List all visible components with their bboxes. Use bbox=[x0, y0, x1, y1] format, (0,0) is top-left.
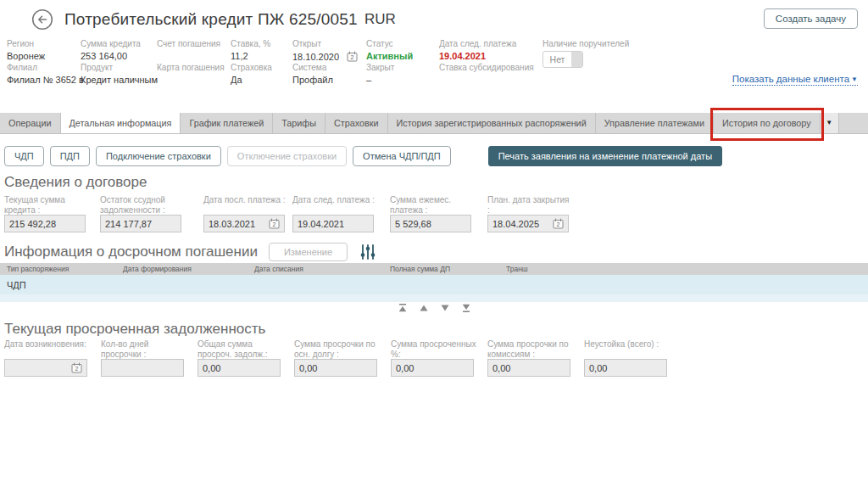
field-closed: Закрыт – bbox=[366, 63, 394, 85]
fld-total-overdue: Общая сумма просроч. задолж.: 0,00 bbox=[198, 339, 287, 377]
page-title: Потребительский кредит ПЖ 625/0051 bbox=[64, 10, 358, 29]
toggle-knob bbox=[571, 52, 582, 67]
field-opened: Открыт 18.10.2020 2 bbox=[292, 39, 358, 62]
tab-registered-orders-history[interactable]: История зарегистрированных распоряжений bbox=[388, 113, 596, 133]
col-debit-date[interactable]: Дата списания bbox=[254, 265, 303, 273]
principal-overdue-input[interactable]: 0,00 bbox=[294, 359, 377, 377]
field-rate: Ставка, % 11,2 bbox=[231, 39, 270, 61]
field-branch: Филиал Филиал № 3652 в bbox=[7, 63, 84, 85]
early-repayment-table: Тип распоряжения Дата формирования Дата … bbox=[0, 263, 868, 302]
fld-occurrence-date: Дата возникновения: 2 bbox=[4, 339, 94, 377]
field-region: Регион Воронеж bbox=[7, 39, 45, 61]
col-tranche[interactable]: Транш bbox=[506, 265, 528, 273]
tab-bar: Операции Детальная информация График пла… bbox=[0, 113, 868, 134]
sliders-icon[interactable] bbox=[359, 243, 377, 261]
last-payment-date-input[interactable]: 18.03.2021 2 bbox=[203, 215, 285, 232]
commission-overdue-input[interactable]: 0,00 bbox=[487, 359, 570, 377]
fld-principal-overdue: Сумма просрочки по осн. долгу : 0,00 bbox=[294, 339, 384, 377]
show-client-data-link[interactable]: Показать данные клиента ▼ bbox=[732, 74, 858, 86]
early-repayment-header: Информация о досрочном погашении Изменен… bbox=[4, 243, 377, 261]
table-footer-strip bbox=[0, 294, 868, 302]
svg-text:2: 2 bbox=[557, 221, 560, 227]
table-row[interactable]: ЧДП bbox=[0, 275, 868, 294]
fld-monthly-payment: Сумма ежемес. платежа : 5 529,68 bbox=[390, 195, 480, 232]
early-repayment-title: Информация о досрочном погашении bbox=[4, 244, 258, 260]
next-payment-date-input[interactable]: 19.04.2021 bbox=[292, 215, 374, 232]
go-last-icon[interactable] bbox=[461, 303, 471, 313]
tab-insurances[interactable]: Страховки bbox=[326, 113, 388, 133]
status-badge: Активный bbox=[366, 51, 413, 61]
tab-payment-schedule[interactable]: График платежей bbox=[181, 113, 273, 133]
fld-next-payment-date: Дата след. платежа : 19.04.2021 bbox=[292, 195, 382, 232]
calendar-icon[interactable]: 2 bbox=[71, 362, 82, 373]
fld-commission-overdue: Сумма просрочки по комиссиям : 0,00 bbox=[487, 339, 577, 377]
currency-label: RUR bbox=[364, 11, 396, 28]
field-guarantors: Наличие поручителей Нет bbox=[542, 39, 629, 68]
calendar-icon[interactable]: 2 bbox=[269, 218, 280, 229]
disconnect-insurance-button[interactable]: Отключение страховки bbox=[227, 146, 347, 166]
fld-overdue-days: Кол-во дней просрочки : bbox=[101, 339, 191, 377]
field-repayment-account: Счет погашения bbox=[157, 39, 220, 51]
title-row: Потребительский кредит ПЖ 625/0051 bbox=[31, 8, 358, 31]
fld-last-payment-date: Дата посл. платежа : 18.03.2021 2 bbox=[203, 195, 293, 232]
field-insurance: Страховка Да bbox=[231, 63, 272, 85]
create-task-button[interactable]: Создать задачу bbox=[764, 8, 858, 29]
field-subsidy-rate: Ставка субсидирования bbox=[439, 63, 534, 75]
down-icon[interactable] bbox=[440, 303, 450, 313]
fld-penalty-total: Неустойка (всего) : 0,00 bbox=[584, 339, 674, 377]
overdue-days-input[interactable] bbox=[101, 359, 184, 377]
tab-detailed-info[interactable]: Детальная информация bbox=[61, 113, 181, 133]
tabs-overflow-button[interactable]: ▼ bbox=[821, 113, 839, 133]
back-icon[interactable] bbox=[31, 8, 53, 31]
field-repayment-card: Карта погашения bbox=[157, 63, 225, 75]
monthly-payment-input[interactable]: 5 529,68 bbox=[390, 215, 471, 232]
guarantors-toggle[interactable]: Нет bbox=[542, 51, 583, 68]
table-pager bbox=[0, 303, 868, 313]
svg-text:2: 2 bbox=[75, 366, 79, 372]
chevron-down-icon: ▼ bbox=[851, 76, 858, 83]
field-system: Система Профайл bbox=[292, 63, 333, 85]
connect-insurance-button[interactable]: Подключение страховки bbox=[96, 146, 221, 166]
table-header-row: Тип распоряжения Дата формирования Дата … bbox=[0, 263, 868, 275]
svg-text:2: 2 bbox=[351, 54, 354, 60]
contract-details-title: Сведения о договоре bbox=[4, 174, 147, 191]
field-next-payment-date: Дата след. платежа 19.04.2021 bbox=[439, 39, 516, 61]
chdp-button[interactable]: ЧДП bbox=[4, 146, 44, 166]
fld-interest-overdue: Сумма просроченных %: 0,00 bbox=[391, 339, 481, 377]
action-buttons-row: ЧДП ПДП Подключение страховки Отключение… bbox=[4, 146, 722, 166]
fld-loan-balance: Остаток ссудной задолженности : 214 177,… bbox=[100, 195, 190, 232]
fld-planned-close-date: План. дата закрытия : 18.04.2025 2 bbox=[487, 195, 577, 232]
calendar-icon[interactable]: 2 bbox=[553, 218, 564, 229]
svg-text:2: 2 bbox=[273, 221, 276, 227]
overdue-debt-title: Текущая просроченная задолженность bbox=[4, 321, 265, 338]
up-icon[interactable] bbox=[419, 303, 429, 313]
change-button[interactable]: Изменение bbox=[269, 243, 348, 261]
loan-detail-page: Потребительский кредит ПЖ 625/0051 RUR С… bbox=[0, 0, 868, 487]
planned-close-date-input[interactable]: 18.04.2025 2 bbox=[487, 215, 569, 232]
col-full-sum[interactable]: Полная сумма ДП bbox=[390, 265, 450, 273]
go-first-icon[interactable] bbox=[398, 303, 408, 313]
current-credit-sum-input[interactable]: 215 492,28 bbox=[4, 215, 86, 232]
col-form-date[interactable]: Дата формирования bbox=[123, 265, 192, 273]
total-overdue-input[interactable]: 0,00 bbox=[198, 359, 281, 377]
penalty-total-input[interactable]: 0,00 bbox=[584, 359, 667, 377]
field-credit-sum: Сумма кредита 253 164,00 bbox=[81, 39, 141, 61]
fld-current-credit-sum: Текущая сумма кредита : 215 492,28 bbox=[4, 195, 94, 232]
print-statement-button[interactable]: Печать заявления на изменение платежной … bbox=[488, 146, 722, 166]
tab-payment-management[interactable]: Управление платежами bbox=[596, 113, 714, 133]
cancel-chdp-pdp-button[interactable]: Отмена ЧДП/ПДП bbox=[353, 146, 451, 166]
calendar-icon[interactable]: 2 bbox=[347, 51, 358, 62]
loan-balance-input[interactable]: 214 177,87 bbox=[100, 215, 181, 232]
occurrence-date-input[interactable]: 2 bbox=[4, 359, 87, 377]
field-status: Статус Активный bbox=[366, 39, 413, 61]
col-order-type[interactable]: Тип распоряжения bbox=[7, 265, 69, 273]
interest-overdue-input[interactable]: 0,00 bbox=[391, 359, 474, 377]
tab-tariffs[interactable]: Тарифы bbox=[273, 113, 326, 133]
field-product: Продукт Кредит наличным bbox=[81, 63, 158, 85]
tab-contract-history[interactable]: История по договору bbox=[714, 113, 821, 133]
tab-operations[interactable]: Операции bbox=[0, 113, 61, 133]
pdp-button[interactable]: ПДП bbox=[50, 146, 90, 166]
